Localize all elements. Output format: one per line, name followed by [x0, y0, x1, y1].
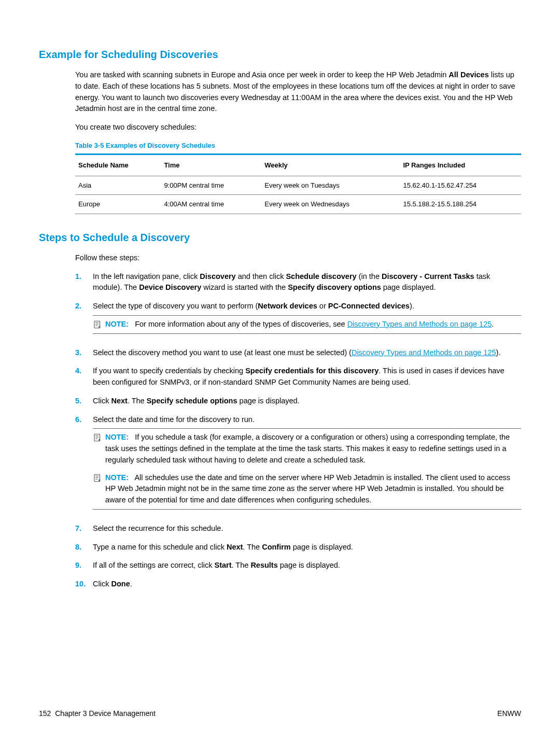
text: You are tasked with scanning subnets in … [75, 71, 449, 79]
bold-text: Specify discovery options [288, 283, 381, 291]
cell: Asia [75, 176, 161, 195]
heading-steps-schedule: Steps to Schedule a Discovery [39, 230, 521, 245]
list-item: 4. If you want to specify credentials by… [75, 366, 521, 388]
bold-text: Results [250, 561, 277, 569]
bold-text: Specify credentials for this discovery [245, 367, 379, 375]
step-text: Select the discovery method you want to … [93, 347, 521, 359]
step-text: Select the recurrence for this schedule. [93, 523, 521, 535]
bold-text: Next [111, 397, 127, 405]
step-text: Click Done. [93, 579, 521, 590]
cell: Every week on Tuesdays [261, 176, 400, 195]
text: . The [128, 397, 147, 405]
note-icon [93, 319, 103, 330]
text: page is displayed. [237, 397, 300, 405]
bold-text: Device Discovery [139, 283, 201, 291]
text: If all of the settings are correct, clic… [93, 561, 215, 569]
note-block: NOTE: All schedules use the date and tim… [93, 469, 521, 510]
step-number: 5. [75, 396, 93, 407]
text: (in the [357, 272, 382, 280]
list-item: 5. Click Next. The Specify schedule opti… [75, 396, 521, 407]
text: . The [232, 561, 251, 569]
page-footer: 152 Chapter 3 Device Management ENWW [39, 708, 521, 719]
note-label: NOTE: [105, 433, 129, 441]
note-text: NOTE: If you schedule a task (for exampl… [105, 432, 521, 466]
step-text: In the left navigation pane, click Disco… [93, 271, 521, 294]
text: ). [410, 302, 414, 310]
cell: 9:00PM central time [161, 176, 261, 195]
text: page is displayed. [278, 561, 340, 569]
text: . [130, 580, 132, 588]
col-time: Time [161, 154, 261, 176]
step-number: 2. [75, 301, 93, 340]
cell: 15.5.188.2-15.5.188.254 [400, 195, 521, 214]
step-number: 4. [75, 366, 93, 388]
cell: 15.62.40.1-15.62.47.254 [400, 176, 521, 195]
cell: Every week on Wednesdays [261, 195, 400, 214]
text: In the left navigation pane, click [93, 272, 200, 280]
text: All schedules use the date and time on t… [105, 473, 510, 504]
bold-text: Discovery [200, 272, 235, 280]
text: If you want to specify credentials by ch… [93, 367, 245, 375]
note-label: NOTE: [105, 320, 129, 328]
note-text: NOTE: All schedules use the date and tim… [105, 472, 521, 506]
text: Click [93, 397, 111, 405]
list-item: 10. Click Done. [75, 579, 521, 590]
step-text: Type a name for this schedule and click … [93, 542, 521, 553]
col-weekly: Weekly [261, 154, 400, 176]
bold-text: All Devices [449, 71, 488, 79]
step-number: 3. [75, 347, 93, 359]
bold-text: Discovery - Current Tasks [382, 272, 474, 280]
link-discovery-types[interactable]: Discovery Types and Methods on page 125 [347, 320, 492, 328]
bold-text: PC-Connected devices [328, 302, 410, 310]
cell: Europe [75, 195, 161, 214]
paragraph: You create two discovery schedules: [75, 122, 521, 133]
bold-text: Schedule discovery [286, 272, 356, 280]
bold-text: Network devices [258, 302, 317, 310]
text: For more information about any of the ty… [135, 320, 347, 328]
table-title: Table 3-5 Examples of Discovery Schedule… [75, 140, 521, 151]
footer-right: ENWW [497, 708, 521, 719]
text: If you schedule a task (for example, a d… [105, 433, 510, 464]
list-item: 2. Select the type of discovery you want… [75, 301, 521, 340]
list-item: 7. Select the recurrence for this schedu… [75, 523, 521, 535]
step-number: 10. [75, 579, 93, 590]
text: . [492, 320, 494, 328]
list-item: 3. Select the discovery method you want … [75, 347, 521, 359]
text: Type a name for this schedule and click [93, 543, 227, 551]
note-icon [93, 472, 103, 506]
note-block: NOTE: For more information about any of … [93, 315, 521, 334]
text: or [317, 302, 328, 310]
step-text: If all of the settings are correct, clic… [93, 560, 521, 571]
text: ). [496, 348, 501, 357]
note-label: NOTE: [105, 473, 129, 482]
cell: 4:00AM central time [161, 195, 261, 214]
col-schedule-name: Schedule Name [75, 154, 161, 176]
step-text: Select the type of discovery you want to… [93, 301, 521, 312]
chapter-label: Chapter 3 Device Management [55, 709, 156, 718]
step-number: 7. [75, 523, 93, 535]
text: Select the type of discovery you want to… [93, 302, 258, 310]
page-number: 152 [39, 709, 51, 718]
note-text: NOTE: For more information about any of … [105, 319, 521, 330]
step-number: 1. [75, 271, 93, 294]
step-text: If you want to specify credentials by ch… [93, 366, 521, 388]
text: Select the discovery method you want to … [93, 348, 352, 357]
bold-text: Confirm [262, 543, 291, 551]
heading-example-scheduling: Example for Scheduling Discoveries [39, 47, 521, 62]
list-item: 1. In the left navigation pane, click Di… [75, 271, 521, 294]
col-ip-ranges: IP Ranges Included [400, 154, 521, 176]
list-item: 8. Type a name for this schedule and cli… [75, 542, 521, 553]
table-row: Asia 9:00PM central time Every week on T… [75, 176, 521, 195]
bold-text: Next [227, 543, 243, 551]
text: and then click [236, 272, 286, 280]
step-text: Click Next. The Specify schedule options… [93, 396, 521, 407]
step-number: 8. [75, 542, 93, 553]
note-block: NOTE: If you schedule a task (for exampl… [93, 428, 521, 469]
note-icon [93, 432, 103, 466]
table-header-row: Schedule Name Time Weekly IP Ranges Incl… [75, 154, 521, 176]
text: page displayed. [381, 283, 436, 291]
bold-text: Specify schedule options [147, 397, 237, 405]
text: page is displayed. [291, 543, 353, 551]
link-discovery-types[interactable]: Discovery Types and Methods on page 125 [352, 348, 496, 357]
bold-text: Start [215, 561, 232, 569]
